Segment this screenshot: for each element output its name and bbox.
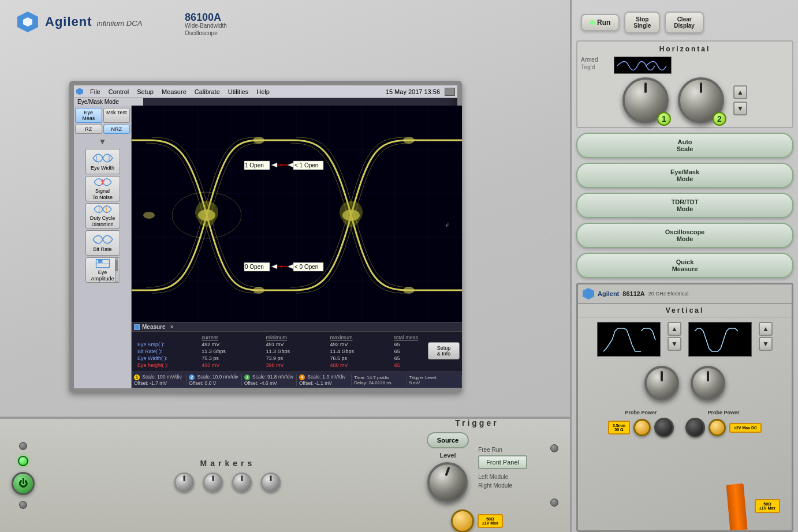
meas-row-1-label: Eye Amp( ):: [136, 341, 200, 348]
eye-diagram-svg: 1 Open < 1 Open 0 Open: [132, 106, 462, 325]
arrow-down-button[interactable]: ▼: [733, 102, 747, 115]
meas-data-table: current minimum maximum total meas Eye A…: [134, 333, 460, 370]
vertical-waveform-right: [688, 322, 752, 357]
knob-1-number: 1: [657, 112, 671, 126]
signal-to-noise-button[interactable]: SignalTo Noise: [85, 176, 120, 201]
menu-control[interactable]: Control: [105, 86, 132, 98]
meas-table-area: current minimum maximum total meas Eye A…: [132, 332, 462, 371]
quick-measure-button[interactable]: QuickMeasure: [576, 253, 793, 278]
arrow-up-button[interactable]: ▲: [733, 85, 747, 99]
duty-cycle-button[interactable]: Duty CycleDistortion: [85, 203, 120, 228]
menu-setup[interactable]: Setup: [133, 86, 157, 98]
trigger-level-knob[interactable]: [427, 462, 468, 503]
setup-info-button[interactable]: Setup& Info: [428, 342, 460, 359]
marker-knob-3[interactable]: [232, 473, 252, 492]
horiz-arrow-buttons: ▲ ▼: [733, 85, 747, 115]
trigger-source-button[interactable]: Source: [427, 432, 469, 448]
bit-rate-button[interactable]: Bit Rate: [85, 230, 120, 256]
marker-knob-2[interactable]: [203, 473, 223, 492]
eye-amplitude-button[interactable]: XIX EyeAmplitude: [85, 257, 120, 283]
vert-arrow-down[interactable]: ▼: [668, 337, 681, 351]
svg-rect-56: [689, 323, 752, 357]
duty-cycle-icon: [92, 204, 114, 215]
tdr-tdt-mode-button[interactable]: TDR/TDTMode: [576, 193, 793, 218]
stop-single-button[interactable]: StopSingle: [624, 12, 660, 33]
down-arrow-icon: ▼: [99, 137, 107, 146]
marker-knobs-row: [174, 473, 281, 492]
connector-row: Probe Power 3.5mm50 Ω Probe Power ±2V Ma…: [578, 405, 792, 442]
module-knob-group-right: [691, 366, 725, 400]
svg-marker-0: [23, 17, 32, 27]
vertical-section-label: Vertical: [578, 304, 792, 317]
module-knob-group-left: [644, 366, 679, 400]
warning-label-1: 50Ω ±1V Max: [478, 514, 503, 528]
module-knob-right[interactable]: [691, 366, 725, 400]
eye-mask-mode-button[interactable]: Eye/MaskMode: [576, 163, 793, 188]
menu-calibrate[interactable]: Calibrate: [191, 86, 223, 98]
waveform-area: 1 Open < 1 Open 0 Open: [132, 106, 462, 377]
marker-knob-1[interactable]: [174, 473, 194, 492]
run-button[interactable]: Run: [581, 14, 620, 31]
svg-text:↲: ↲: [445, 222, 449, 228]
menu-help[interactable]: Help: [253, 86, 273, 98]
menu-file[interactable]: File: [87, 86, 104, 98]
marker-knob-4[interactable]: [261, 473, 281, 492]
screw-bot-right: [550, 499, 558, 507]
orange-cable: [726, 484, 748, 531]
right-panel: Run StopSingle ClearDisplay Horizontal A…: [572, 0, 798, 532]
eye-width-button[interactable]: Eye Width: [85, 149, 120, 174]
vert-arrow-up[interactable]: ▲: [668, 322, 681, 336]
scale-item-3: 3 Scale: 91.8 mV/divOffset: -4.6 mV: [242, 374, 297, 386]
warning-area: 50Ω±1V Max: [755, 499, 780, 513]
duty-cycle-label: Duty CycleDistortion: [90, 215, 115, 228]
horizontal-title: Horizontal: [581, 45, 789, 53]
eye-meas-button[interactable]: Eye Meas: [75, 108, 102, 123]
power-button[interactable]: ⏻: [12, 472, 35, 495]
meas-row-2-min: 11.3 Gbps: [264, 348, 329, 355]
oscilloscope-mode-button[interactable]: OscilloscopeMode: [576, 223, 793, 248]
scale-num-4: 4: [299, 374, 305, 380]
markers-label: Markers: [200, 459, 256, 468]
msk-test-button[interactable]: Msk Test: [103, 108, 130, 123]
sidebar-top-buttons: Eye Meas Msk Test: [75, 108, 130, 123]
svg-point-35: [342, 209, 360, 227]
auto-scale-button[interactable]: AutoScale: [576, 133, 793, 158]
menu-utilities[interactable]: Utilities: [225, 86, 252, 98]
svg-text:0 Open: 0 Open: [245, 264, 264, 270]
module-section: Agilent 86112A 20 GHz Electrical Vertica…: [576, 283, 793, 532]
meas-row-3-label: Eye Width( ):: [136, 355, 200, 362]
col-header-total: total meas: [393, 334, 457, 341]
col-header-maximum: maximum: [329, 334, 393, 341]
module-knobs: [578, 361, 792, 405]
nrz-button[interactable]: NRZ: [103, 125, 130, 134]
screen-menubar: File Control Setup Measure Calibrate Uti…: [74, 85, 457, 98]
horizontal-section: Horizontal Armed Trig'd 1 2: [576, 40, 793, 128]
module-knob-left[interactable]: [644, 366, 679, 400]
bottom-panel: ⏻ Markers Trigger Source Level: [0, 417, 570, 532]
horizontal-knob-2[interactable]: 2: [678, 77, 724, 123]
free-run-label: Free Run: [478, 447, 527, 453]
svg-text:1 Open: 1 Open: [245, 162, 264, 168]
measurement-panel: Measure × current minimum maximum total …: [132, 322, 462, 377]
vert-arrow-down-2[interactable]: ▼: [759, 337, 773, 351]
col-header-minimum: minimum: [264, 334, 329, 341]
module-brand-name: Agilent: [598, 290, 619, 297]
front-panel-button[interactable]: Front Panel: [478, 455, 527, 469]
meas-close-button[interactable]: ×: [170, 324, 174, 330]
eye-amplitude-label: EyeAmplitude: [91, 269, 114, 282]
meas-row-2-current: 11.3 Gbps: [200, 348, 264, 355]
vert-arrow-up-2[interactable]: ▲: [759, 322, 773, 336]
col-header-label: [136, 334, 200, 341]
brand-subtitle: infiniium DCA: [97, 19, 143, 28]
clear-display-button[interactable]: ClearDisplay: [665, 12, 704, 33]
right-connectors: ±2V Max DC: [685, 418, 762, 437]
rz-button[interactable]: RZ: [75, 125, 102, 134]
meas-panel-header: Measure ×: [132, 323, 462, 332]
menu-measure[interactable]: Measure: [158, 86, 190, 98]
horizontal-knob-1[interactable]: 1: [622, 77, 669, 123]
mode-buttons: AutoScale Eye/MaskMode TDR/TDTMode Oscil…: [572, 133, 798, 283]
module-spec-label: 20 GHz Electrical: [648, 291, 689, 297]
armed-status: Armed Trig'd: [581, 57, 598, 74]
module-logo-icon: [583, 288, 594, 299]
bit-rate-label: Bit Rate: [93, 246, 111, 253]
